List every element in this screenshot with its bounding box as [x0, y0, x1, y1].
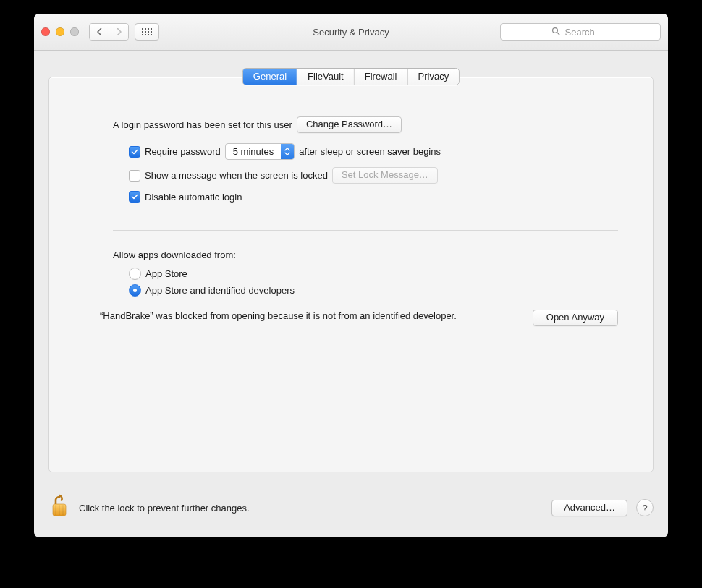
svg-rect-10: [148, 34, 149, 35]
tab-general[interactable]: General: [243, 69, 297, 85]
require-password-delay-value: 5 minutes: [226, 145, 281, 158]
search-icon: [551, 27, 560, 38]
allow-appstore-label: App Store: [145, 268, 187, 279]
tab-filevault[interactable]: FileVault: [297, 69, 354, 85]
nav-buttons: [89, 23, 129, 41]
svg-rect-7: [151, 31, 152, 33]
close-window-button[interactable]: [41, 27, 50, 36]
tab-bar: General FileVault Firewall Privacy: [242, 68, 460, 85]
open-anyway-button[interactable]: Open Anyway: [533, 310, 618, 326]
window-controls: [41, 27, 79, 36]
disable-auto-login-label: Disable automatic login: [145, 192, 242, 203]
set-lock-message-button[interactable]: Set Lock Message…: [332, 167, 438, 184]
svg-rect-2: [148, 28, 149, 30]
require-password-checkbox[interactable]: [129, 146, 140, 158]
allow-appstore-identified-radio[interactable]: [129, 284, 141, 297]
footer: Click the lock to prevent further change…: [48, 490, 654, 526]
svg-line-13: [557, 32, 559, 34]
help-button[interactable]: ?: [636, 499, 654, 516]
login-password-intro: A login password has been set for this u…: [113, 119, 292, 130]
search-input[interactable]: [564, 26, 610, 38]
preferences-window: Security & Privacy General FileVault Fir…: [34, 14, 668, 537]
allow-appstore-identified-label: App Store and identified developers: [145, 285, 295, 296]
require-password-suffix: after sleep or screen saver begins: [299, 146, 441, 157]
svg-rect-0: [142, 28, 143, 30]
svg-rect-5: [145, 31, 146, 33]
svg-rect-11: [151, 34, 152, 35]
lock-description: Click the lock to prevent further change…: [79, 503, 543, 514]
svg-rect-6: [148, 31, 149, 33]
disable-auto-login-checkbox[interactable]: [129, 191, 140, 203]
popup-arrows-icon: [281, 144, 294, 159]
tab-firewall[interactable]: Firewall: [354, 69, 407, 85]
allow-appstore-radio[interactable]: [129, 268, 141, 280]
search-field-container[interactable]: [500, 23, 661, 41]
show-all-button[interactable]: [135, 23, 159, 41]
section-divider: [113, 230, 618, 231]
show-lock-message-label: Show a message when the screen is locked: [145, 170, 328, 181]
allow-apps-heading: Allow apps downloaded from:: [113, 250, 618, 260]
require-password-delay-popup[interactable]: 5 minutes: [225, 143, 295, 160]
tab-privacy[interactable]: Privacy: [407, 69, 460, 85]
svg-rect-3: [151, 28, 152, 30]
blocked-app-message: “HandBrake” was blocked from opening bec…: [100, 310, 521, 323]
titlebar: Security & Privacy: [34, 14, 668, 51]
svg-rect-1: [145, 28, 146, 30]
svg-rect-4: [142, 31, 143, 33]
forward-button[interactable]: [109, 24, 128, 40]
show-lock-message-checkbox[interactable]: [129, 170, 140, 182]
svg-rect-8: [142, 34, 143, 35]
require-password-label: Require password: [145, 146, 221, 157]
zoom-window-button[interactable]: [70, 27, 79, 36]
advanced-button[interactable]: Advanced…: [551, 500, 627, 516]
lock-icon[interactable]: [48, 494, 70, 522]
settings-panel: A login password has been set for this u…: [48, 77, 654, 472]
change-password-button[interactable]: Change Password…: [297, 116, 402, 133]
minimize-window-button[interactable]: [56, 27, 64, 36]
svg-rect-9: [145, 34, 146, 35]
back-button[interactable]: [90, 24, 109, 40]
window-body: General FileVault Firewall Privacy A log…: [34, 51, 668, 537]
